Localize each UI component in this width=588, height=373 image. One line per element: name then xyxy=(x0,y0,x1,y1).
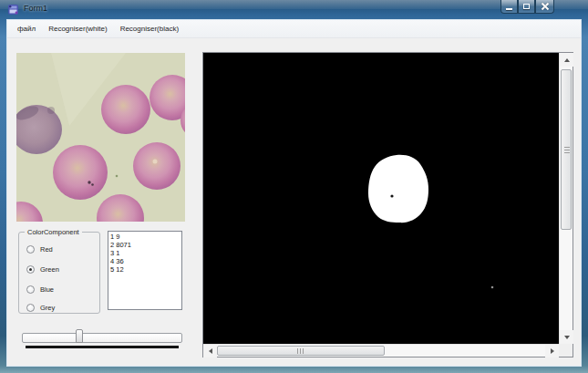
mask-graphic xyxy=(203,53,559,344)
minimize-button[interactable] xyxy=(500,0,518,14)
trackbar-channel[interactable] xyxy=(22,333,182,343)
menu-item-recogniser-black[interactable]: Recogniser(black) xyxy=(114,22,185,36)
horizontal-scroll-thumb[interactable] xyxy=(217,346,385,356)
menu-item-recogniser-white[interactable]: Recogniser(white) xyxy=(42,22,113,36)
separator-line xyxy=(26,346,179,348)
blood-cells-graphic xyxy=(16,53,185,222)
scroll-up-button[interactable] xyxy=(560,53,573,67)
detected-cell-blob xyxy=(368,155,428,223)
arrow-left-icon xyxy=(209,348,212,354)
recognition-panel xyxy=(202,52,573,357)
vertical-scroll-track[interactable] xyxy=(560,67,573,330)
radio-circle-icon xyxy=(26,285,35,294)
client-area: файл Recogniser(white) Recogniser(black) xyxy=(7,20,581,366)
titlebar[interactable]: Form1 xyxy=(0,0,588,20)
list-item[interactable]: 4 36 xyxy=(110,257,180,265)
radio-blue[interactable]: Blue xyxy=(26,284,54,295)
minimize-icon xyxy=(506,8,512,10)
horizontal-scrollbar[interactable] xyxy=(203,344,559,357)
list-item[interactable]: 5 12 xyxy=(110,265,180,274)
trackbar-thumb[interactable] xyxy=(76,329,83,343)
menu-item-file[interactable]: файл xyxy=(11,22,42,36)
window-title: Form1 xyxy=(24,4,47,13)
scroll-right-button[interactable] xyxy=(545,345,559,357)
close-icon xyxy=(542,3,549,10)
radio-grey-label: Grey xyxy=(40,304,55,312)
radio-circle-icon xyxy=(26,265,35,274)
trackbar[interactable] xyxy=(22,331,182,344)
scrollbar-corner xyxy=(559,344,573,357)
vertical-scrollbar[interactable] xyxy=(559,53,573,344)
radio-green[interactable]: Green xyxy=(26,264,59,275)
list-item[interactable]: 3 1 xyxy=(110,249,180,257)
blood-cells-image[interactable] xyxy=(16,53,185,222)
radio-red[interactable]: Red xyxy=(26,243,53,254)
scroll-left-button[interactable] xyxy=(203,345,217,357)
arrow-right-icon xyxy=(551,348,554,354)
menubar: файл Recogniser(white) Recogniser(black) xyxy=(7,20,581,38)
radio-green-label: Green xyxy=(40,265,59,274)
arrow-down-icon xyxy=(564,336,570,339)
app-icon xyxy=(7,4,19,16)
app-window: Form1 файл Recogniser(white) Recogniser(… xyxy=(0,0,588,373)
list-item[interactable]: 2 8071 xyxy=(110,241,180,249)
scroll-down-button[interactable] xyxy=(560,330,573,344)
mask-image xyxy=(203,53,559,344)
color-component-groupbox: ColorComponent Red Green Blue Grey xyxy=(18,232,100,314)
vertical-scroll-thumb[interactable] xyxy=(561,69,572,230)
radio-grey[interactable]: Grey xyxy=(26,302,55,313)
groupbox-title: ColorComponent xyxy=(25,228,82,236)
maximize-icon xyxy=(523,4,530,9)
radio-circle-icon xyxy=(26,304,35,312)
arrow-up-icon xyxy=(564,58,570,62)
list-item[interactable]: 1 9 xyxy=(110,233,180,241)
radio-blue-label: Blue xyxy=(40,285,54,294)
radio-circle-icon xyxy=(26,245,35,254)
window-controls xyxy=(500,0,554,14)
maximize-button[interactable] xyxy=(518,0,535,14)
close-button[interactable] xyxy=(535,0,554,14)
horizontal-scroll-track[interactable] xyxy=(217,345,545,357)
results-listbox[interactable]: 1 92 80713 14 365 12 xyxy=(108,231,182,310)
radio-red-label: Red xyxy=(40,245,53,254)
